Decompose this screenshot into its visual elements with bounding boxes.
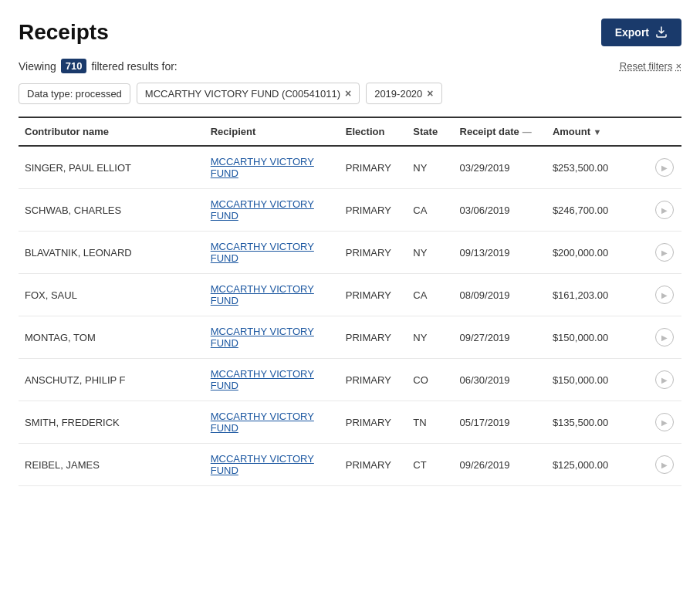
page-header: Receipts Export — [19, 19, 681, 46]
table-row: MONTAG, TOM MCCARTHY VICTORY FUND PRIMAR… — [19, 316, 681, 359]
cell-amount: $161,203.00 — [546, 274, 648, 316]
cell-recipient[interactable]: MCCARTHY VICTORY FUND — [205, 146, 340, 189]
cell-amount: $125,000.00 — [546, 444, 648, 486]
cell-recipient[interactable]: MCCARTHY VICTORY FUND — [205, 444, 340, 486]
cell-contributor: REIBEL, JAMES — [19, 444, 205, 486]
col-header-receipt-date[interactable]: Receipt date — — [454, 117, 546, 146]
col-header-action — [648, 117, 681, 146]
row-detail-button[interactable]: ▶ — [655, 201, 674, 219]
cell-amount: $150,000.00 — [546, 359, 648, 401]
viewing-suffix: filtered results for: — [91, 60, 177, 73]
filter-chip-cycle[interactable]: 2019-2020 × — [366, 83, 441, 104]
cell-amount: $200,000.00 — [546, 232, 648, 274]
filter-chip-cycle-label: 2019-2020 — [374, 88, 422, 100]
cell-receipt-date: 05/17/2019 — [454, 401, 546, 444]
cell-contributor: SMITH, FREDERICK — [19, 401, 205, 444]
cell-action[interactable]: ▶ — [648, 444, 681, 486]
cell-election: PRIMARY — [340, 401, 407, 444]
recipient-link[interactable]: MCCARTHY VICTORY FUND — [211, 453, 314, 476]
receipts-table: Contributor name Recipient Election Stat… — [19, 117, 681, 486]
cell-action[interactable]: ▶ — [648, 146, 681, 189]
cell-election: PRIMARY — [340, 189, 407, 232]
cell-action[interactable]: ▶ — [648, 189, 681, 232]
recipient-link[interactable]: MCCARTHY VICTORY FUND — [211, 411, 314, 434]
recipient-link[interactable]: MCCARTHY VICTORY FUND — [211, 326, 314, 349]
page-title: Receipts — [19, 20, 109, 45]
table-header-row: Contributor name Recipient Election Stat… — [19, 117, 681, 146]
reset-filters-label: Reset filters — [620, 60, 673, 72]
filter-chip-datatype: Data type: processed — [19, 83, 130, 104]
row-detail-button[interactable]: ▶ — [655, 455, 674, 474]
cell-recipient[interactable]: MCCARTHY VICTORY FUND — [205, 274, 340, 316]
recipient-link[interactable]: MCCARTHY VICTORY FUND — [211, 368, 314, 391]
cell-state: CA — [407, 274, 453, 316]
table-row: BLAVATNIK, LEONARD MCCARTHY VICTORY FUND… — [19, 232, 681, 274]
cell-recipient[interactable]: MCCARTHY VICTORY FUND — [205, 232, 340, 274]
filter-chip-cycle-remove[interactable]: × — [427, 87, 433, 100]
table-row: SCHWAB, CHARLES MCCARTHY VICTORY FUND PR… — [19, 189, 681, 232]
filter-chip-committee-remove[interactable]: × — [345, 87, 351, 100]
cell-amount: $135,500.00 — [546, 401, 648, 444]
table-row: REIBEL, JAMES MCCARTHY VICTORY FUND PRIM… — [19, 444, 681, 486]
sort-amount-icon: ▼ — [593, 127, 602, 137]
cell-recipient[interactable]: MCCARTHY VICTORY FUND — [205, 316, 340, 359]
cell-receipt-date: 03/29/2019 — [454, 146, 546, 189]
filter-chip-committee[interactable]: MCCARTHY VICTORY FUND (C00541011) × — [137, 83, 360, 104]
cell-receipt-date: 06/30/2019 — [454, 359, 546, 401]
cell-election: PRIMARY — [340, 359, 407, 401]
export-icon — [655, 26, 668, 39]
cell-recipient[interactable]: MCCARTHY VICTORY FUND — [205, 359, 340, 401]
cell-state: CT — [407, 444, 453, 486]
cell-action[interactable]: ▶ — [648, 316, 681, 359]
filter-chips-container: Data type: processed MCCARTHY VICTORY FU… — [19, 83, 681, 104]
cell-contributor: BLAVATNIK, LEONARD — [19, 232, 205, 274]
export-label: Export — [615, 26, 649, 39]
cell-recipient[interactable]: MCCARTHY VICTORY FUND — [205, 401, 340, 444]
reset-filters-button[interactable]: Reset filters × — [620, 60, 681, 72]
filters-row: Viewing 710 filtered results for: Reset … — [19, 59, 681, 73]
col-header-recipient: Recipient — [205, 117, 340, 146]
cell-state: TN — [407, 401, 453, 444]
cell-state: NY — [407, 232, 453, 274]
viewing-summary: Viewing 710 filtered results for: — [19, 59, 178, 73]
cell-recipient[interactable]: MCCARTHY VICTORY FUND — [205, 189, 340, 232]
row-detail-button[interactable]: ▶ — [655, 328, 674, 347]
cell-receipt-date: 09/13/2019 — [454, 232, 546, 274]
row-detail-button[interactable]: ▶ — [655, 158, 674, 177]
cell-election: PRIMARY — [340, 444, 407, 486]
table-row: FOX, SAUL MCCARTHY VICTORY FUND PRIMARY … — [19, 274, 681, 316]
cell-amount: $246,700.00 — [546, 189, 648, 232]
reset-filters-close-icon: × — [675, 60, 681, 72]
cell-state: NY — [407, 316, 453, 359]
cell-contributor: SCHWAB, CHARLES — [19, 189, 205, 232]
table-row: SINGER, PAUL ELLIOT MCCARTHY VICTORY FUN… — [19, 146, 681, 189]
cell-contributor: SINGER, PAUL ELLIOT — [19, 146, 205, 189]
cell-contributor: ANSCHUTZ, PHILIP F — [19, 359, 205, 401]
recipient-link[interactable]: MCCARTHY VICTORY FUND — [211, 198, 314, 221]
col-header-state: State — [407, 117, 453, 146]
cell-receipt-date: 08/09/2019 — [454, 274, 546, 316]
viewing-prefix: Viewing — [19, 60, 56, 73]
recipient-link[interactable]: MCCARTHY VICTORY FUND — [211, 241, 314, 264]
cell-receipt-date: 03/06/2019 — [454, 189, 546, 232]
recipient-link[interactable]: MCCARTHY VICTORY FUND — [211, 283, 314, 306]
cell-contributor: MONTAG, TOM — [19, 316, 205, 359]
row-detail-button[interactable]: ▶ — [655, 243, 674, 262]
row-detail-button[interactable]: ▶ — [655, 370, 674, 389]
cell-action[interactable]: ▶ — [648, 359, 681, 401]
cell-receipt-date: 09/27/2019 — [454, 316, 546, 359]
cell-contributor: FOX, SAUL — [19, 274, 205, 316]
recipient-link[interactable]: MCCARTHY VICTORY FUND — [211, 156, 314, 179]
export-button[interactable]: Export — [601, 19, 681, 46]
cell-state: CA — [407, 189, 453, 232]
table-row: SMITH, FREDERICK MCCARTHY VICTORY FUND P… — [19, 401, 681, 444]
cell-action[interactable]: ▶ — [648, 232, 681, 274]
row-detail-button[interactable]: ▶ — [655, 286, 674, 304]
row-detail-button[interactable]: ▶ — [655, 413, 674, 431]
cell-action[interactable]: ▶ — [648, 401, 681, 444]
cell-action[interactable]: ▶ — [648, 274, 681, 316]
col-header-amount[interactable]: Amount ▼ — [546, 117, 648, 146]
cell-election: PRIMARY — [340, 146, 407, 189]
cell-state: CO — [407, 359, 453, 401]
cell-amount: $150,000.00 — [546, 316, 648, 359]
